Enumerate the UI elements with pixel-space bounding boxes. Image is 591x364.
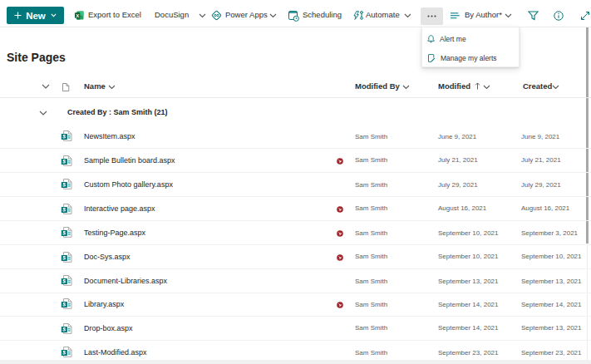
svg-text:X: X bbox=[76, 13, 79, 18]
